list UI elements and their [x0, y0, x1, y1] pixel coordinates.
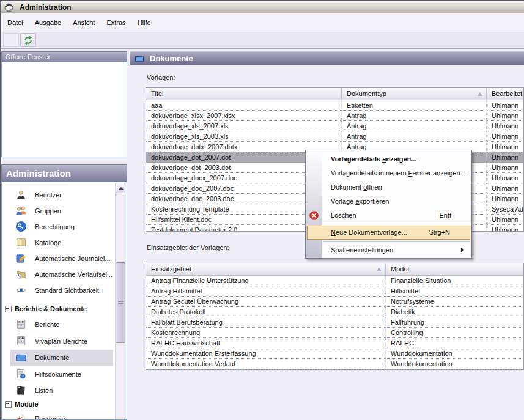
- cell-modul: Fallführung: [386, 317, 523, 328]
- table-row[interactable]: dokuvorlage_xls_2003.xlsAntragUhlmann: [146, 131, 523, 142]
- cell-typ: Etiketten: [342, 100, 487, 111]
- sidebar-item-label: Pandemie: [35, 411, 65, 420]
- menu-hilfe[interactable]: Hilfe: [133, 13, 156, 32]
- einsatzgebiet-label: Einsatzgebiet der Vorlagen:: [147, 244, 229, 251]
- scroll-up-arrow-icon[interactable]: [116, 183, 125, 193]
- toolbar-blank-button[interactable]: [3, 33, 19, 47]
- cell-modul: RAI-HC: [386, 338, 523, 348]
- cell-einsatzgebiet: Diabetes Protokoll: [146, 307, 386, 317]
- cell-bearbeitet: Uhlmann: [487, 225, 523, 232]
- table-row[interactable]: Antrag HilfsmittelHilfsmittel: [146, 286, 523, 297]
- table-row[interactable]: aaaEtikettenUhlmann: [146, 100, 523, 111]
- cell-modul: Diabetik: [386, 307, 523, 317]
- table-row[interactable]: Diabetes ProtokollDiabetik: [146, 307, 523, 317]
- collapse-minus-icon[interactable]: [5, 401, 12, 408]
- sidebar-item-label: Listen: [35, 383, 53, 399]
- menu-extras[interactable]: Extras: [101, 13, 130, 32]
- menu-item-dokument-oeffnen[interactable]: Dokument öffnen: [306, 180, 471, 194]
- table-row[interactable]: Wunddokumentation VerlaufWunddokumentati…: [146, 359, 523, 369]
- menu-item-vorlagendetails-neues-fenster[interactable]: Vorlagendetails in neuem Fenster anzeige…: [306, 166, 471, 180]
- menu-item-loeschen[interactable]: LöschenEntf: [306, 208, 471, 223]
- cell-einsatzgebiet: Antrag Finanzielle Unterstützung: [146, 276, 386, 286]
- sidebar-item-vivaplan-berichte[interactable]: Vivaplan-Berichte: [10, 333, 113, 349]
- sidebar-item-berechtigung[interactable]: Berechtigung: [10, 219, 113, 235]
- cell-modul: Wunddokumentation: [386, 348, 523, 359]
- svg-text:?: ?: [22, 374, 24, 378]
- sidebar-item-label: Dokumente: [35, 350, 69, 366]
- table-row[interactable]: RAI-HC HauswirtschaftRAI-HC: [146, 338, 523, 348]
- sidebar-item-standard-sichtbarkeit[interactable]: Standard Sichtbarkeit: [10, 282, 113, 298]
- refresh-button[interactable]: [20, 33, 36, 47]
- user-icon: [15, 189, 27, 201]
- column-header-titel[interactable]: Titel: [146, 88, 342, 100]
- sidebar-item-dokumente[interactable]: Dokumente: [10, 350, 113, 366]
- menu-datei[interactable]: Datei: [2, 13, 28, 32]
- table-row[interactable]: Wunddokumentation ErsterfassungWunddokum…: [146, 348, 523, 359]
- cell-bearbeitet: Uhlmann: [487, 100, 523, 111]
- menu-item-neue-dokumentvorlage[interactable]: Neue Dokumentvorlage...Strg+N: [307, 226, 470, 240]
- table-row[interactable]: KostenrechnungControlling: [146, 328, 523, 338]
- sidebar-item-listen[interactable]: Listen: [10, 383, 113, 399]
- sidebar-group-module[interactable]: Module: [3, 397, 114, 411]
- sort-ascending-icon: [377, 268, 382, 271]
- table-row[interactable]: Antrag Finanzielle UnterstützungFinanzie…: [146, 276, 523, 286]
- vorlagen-label: Vorlagen:: [147, 74, 175, 81]
- menu-ausgabe[interactable]: Ausgabe: [30, 13, 66, 32]
- table-row[interactable]: Antrag Secutel ÜberwachungNotrufsysteme: [146, 297, 523, 307]
- sidebar-item-berichte[interactable]: Berichte: [10, 317, 113, 333]
- column-header-modul[interactable]: Modul: [386, 263, 523, 276]
- shortcut-entf: Entf: [439, 208, 451, 223]
- menu-ansicht[interactable]: Ansicht: [68, 13, 100, 32]
- sidebar-item-label: Standard Sichtbarkeit: [35, 282, 99, 298]
- user-group-icon: [15, 205, 27, 216]
- group-label: Berichte & Dokumente: [15, 302, 87, 315]
- cell-einsatzgebiet: Wunddokumentation Verlauf: [146, 359, 386, 369]
- sidebar-item-gruppen[interactable]: Gruppen: [10, 203, 113, 219]
- sort-ascending-icon: [478, 92, 482, 96]
- column-header-bearbeitet[interactable]: Bearbeitet d: [487, 88, 523, 100]
- page-title: Dokumente: [150, 54, 193, 63]
- history-folder-icon: [15, 268, 27, 280]
- collapse-minus-icon[interactable]: [5, 306, 12, 312]
- eye-icon: [15, 284, 27, 296]
- sidebar-item-label: Benutzer: [35, 187, 62, 203]
- menu-item-vorlage-exportieren[interactable]: Vorlage exportieren: [306, 194, 471, 208]
- sidebar-item-label: Berichte: [35, 317, 59, 333]
- help-document-icon: ?: [15, 368, 27, 380]
- cell-bearbeitet: Uhlmann: [487, 173, 523, 183]
- scrollbar-grip: [118, 300, 123, 305]
- cell-einsatzgebiet: Antrag Hilfsmittel: [146, 286, 386, 297]
- sidebar-item-automatische-journaleintraege[interactable]: Automatische Journalei...: [10, 251, 113, 267]
- sidebar-item-benutzer[interactable]: Benutzer: [10, 187, 113, 203]
- toolbar: [1, 32, 524, 49]
- sidebar-scrollbar[interactable]: [115, 183, 126, 419]
- sidebar-item-label: Automatische Journalei...: [35, 251, 111, 267]
- table-row[interactable]: dokuvorlage_xls_2007.xlsAntragUhlmann: [146, 121, 523, 131]
- open-windows-list[interactable]: [1, 62, 127, 157]
- sidebar-item-hilfsdokumente[interactable]: ? Hilfsdokumente: [10, 366, 113, 382]
- table-row[interactable]: dokuvorlage_xlsx_2007.xlsxAntragUhlmann: [146, 111, 523, 121]
- scrollbar-thumb[interactable]: [116, 262, 125, 343]
- blue-folder-icon: [15, 352, 27, 363]
- menu-item-spalteneinstellungen[interactable]: Spalteneinstellungen: [306, 243, 471, 257]
- einsatzgebiet-header-row: Einsatzgebiet Modul: [146, 263, 523, 276]
- cell-einsatzgebiet: Antrag Secutel Überwachung: [146, 297, 386, 307]
- cell-modul: Controlling: [386, 328, 523, 338]
- cell-modul: Notrufsysteme: [386, 297, 523, 307]
- sidebar-item-automatische-verlaufseintraege[interactable]: Automatische Verlaufsei...: [10, 267, 113, 282]
- column-header-einsatzgebiet[interactable]: Einsatzgebiet: [146, 263, 386, 276]
- journal-stamp-icon: [15, 252, 27, 264]
- cell-bearbeitet: Uhlmann: [487, 121, 523, 131]
- window-title: Administration: [20, 3, 72, 12]
- cell-bearbeitet: Uhlmann: [487, 152, 523, 163]
- submenu-arrow-icon: [461, 248, 464, 252]
- sidebar-group-berichte-dokumente[interactable]: Berichte & Dokumente: [3, 302, 114, 315]
- table-row[interactable]: Fallblatt BerufsberatungFallführung: [146, 317, 523, 328]
- column-header-dokumenttyp[interactable]: Dokumenttyp: [342, 88, 487, 100]
- menu-item-vorlagendetails-anzeigen[interactable]: Vorlagendetails anzeigen...: [306, 152, 471, 166]
- report-document-icon: [15, 319, 27, 330]
- titlebar[interactable]: Administration: [1, 1, 524, 14]
- cell-modul: Finanzielle Situation: [386, 276, 523, 286]
- sidebar-item-kataloge[interactable]: Kataloge: [10, 235, 113, 251]
- sidebar-item-pandemie[interactable]: Pandemie: [10, 411, 113, 420]
